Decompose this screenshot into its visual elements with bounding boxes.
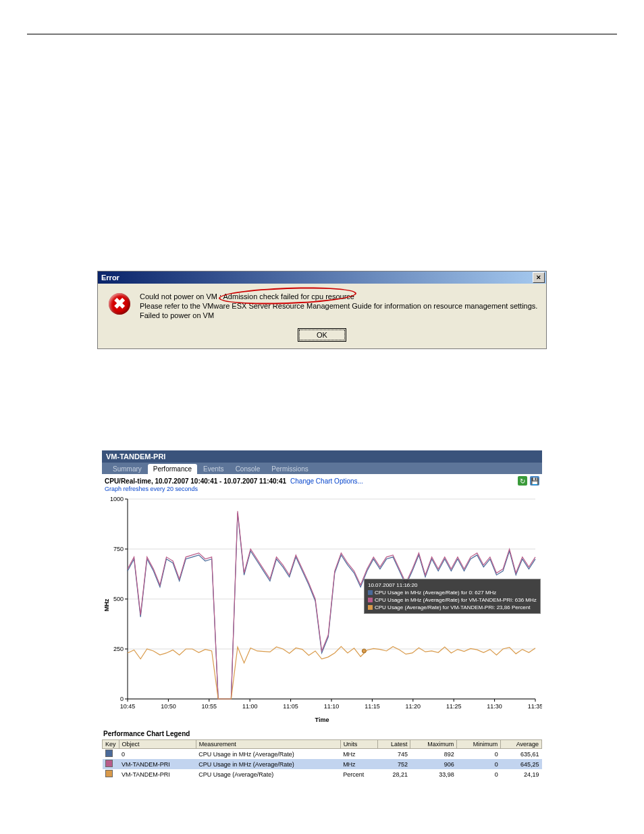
tab-performance[interactable]: Performance (148, 464, 197, 474)
chart-area: MHz 0250500750100010:4510:5010:5511:0011… (102, 494, 542, 716)
refresh-note: Graph refreshes every 20 seconds (102, 486, 542, 494)
svg-text:11:20: 11:20 (406, 703, 421, 710)
tab-permissions[interactable]: Permissions (266, 464, 313, 474)
svg-text:11:25: 11:25 (446, 703, 462, 710)
svg-text:10:45: 10:45 (120, 703, 136, 710)
tab-events[interactable]: Events (198, 464, 230, 474)
table-row[interactable]: VM-TANDEM-PRICPU Usage in MHz (Average/R… (103, 759, 542, 769)
dialog-titlebar: Error ✕ (98, 271, 546, 284)
close-icon[interactable]: ✕ (533, 272, 545, 283)
svg-point-39 (362, 649, 366, 653)
svg-text:1000: 1000 (110, 496, 124, 502)
table-row[interactable]: 0CPU Usage in MHz (Average/Rate)MHz74589… (103, 749, 542, 760)
save-icon[interactable]: 💾 (530, 476, 539, 486)
svg-text:11:00: 11:00 (242, 703, 258, 710)
svg-text:11:05: 11:05 (283, 703, 298, 710)
svg-text:10:55: 10:55 (202, 703, 217, 710)
svg-text:0: 0 (120, 696, 124, 702)
dialog-message: Could not power on VM : Admission check … (140, 292, 539, 320)
svg-text:11:35: 11:35 (528, 703, 542, 710)
x-axis-label: Time (102, 716, 542, 726)
refresh-icon[interactable]: ↻ (518, 476, 527, 486)
performance-panel: VM-TANDEM-PRI Summary Performance Events… (102, 450, 542, 779)
svg-text:250: 250 (113, 646, 124, 652)
y-axis-label: MHz (103, 599, 110, 612)
table-row[interactable]: VM-TANDEM-PRICPU Usage (Average/Rate)Per… (103, 769, 542, 779)
svg-text:11:10: 11:10 (324, 703, 340, 710)
error-icon: ✖ (109, 293, 130, 315)
legend-title: Performance Chart Legend (102, 726, 542, 739)
tab-summary[interactable]: Summary (107, 464, 147, 474)
ok-button[interactable]: OK (298, 328, 346, 342)
svg-text:750: 750 (113, 546, 124, 552)
change-chart-options-link[interactable]: Change Chart Options... (290, 477, 363, 485)
vm-name-header: VM-TANDEM-PRI (102, 450, 542, 463)
tab-bar: Summary Performance Events Console Permi… (102, 463, 542, 474)
chart-title: CPU/Real-time, 10.07.2007 10:40:41 - 10.… (105, 477, 286, 485)
legend-table: Key Object Measurement Units Latest Maxi… (102, 739, 542, 779)
svg-text:11:15: 11:15 (365, 703, 380, 710)
dialog-title: Error (99, 273, 533, 282)
svg-text:500: 500 (113, 596, 124, 602)
svg-text:11:30: 11:30 (487, 703, 502, 710)
chart-tooltip: 10.07.2007 11:16:20 CPU Usage in MHz (Av… (364, 579, 541, 614)
tab-console[interactable]: Console (230, 464, 266, 474)
svg-text:10:50: 10:50 (161, 703, 176, 710)
error-dialog: Error ✕ ✖ Could not power on VM : Admiss… (97, 271, 547, 349)
